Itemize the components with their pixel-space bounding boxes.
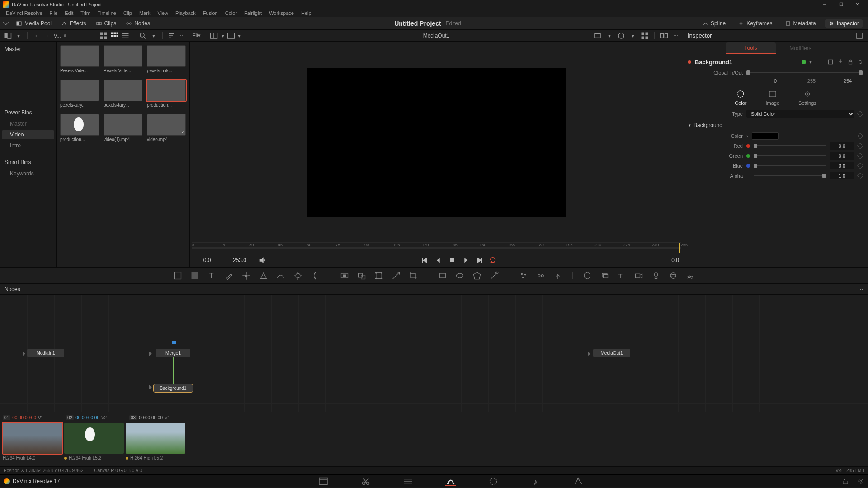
tool-text-icon[interactable]: T [208, 271, 217, 280]
project-settings-button[interactable] [857, 478, 864, 485]
clip-item[interactable]: production... [60, 114, 99, 142]
tool-particles-icon[interactable] [519, 271, 528, 280]
strip-thumb[interactable] [64, 423, 124, 454]
tool-3dimage-icon[interactable] [583, 271, 592, 280]
node-flow[interactable]: MediaIn1 Merge1 Background1 MediaOut1 [0, 295, 868, 412]
tool-pemit-icon[interactable] [553, 271, 562, 280]
clip-item[interactable]: ♪video.mp4 [147, 114, 186, 142]
subtab-image[interactable]: Image [765, 89, 779, 106]
page-fairlight-button[interactable]: ♪ [530, 477, 541, 486]
color-swatch[interactable] [752, 132, 779, 140]
tool-paint-icon[interactable] [225, 271, 234, 280]
page-cut-button[interactable] [360, 477, 371, 486]
tool-tracker-icon[interactable] [242, 271, 251, 280]
viewer-canvas[interactable] [307, 68, 566, 217]
time-ruler[interactable]: 0153045607590105120135150165180195210225… [192, 242, 681, 253]
subtab-color[interactable]: Color [735, 89, 746, 106]
tool-wand-icon[interactable] [490, 271, 499, 280]
menu-file[interactable]: File [47, 10, 61, 16]
go-first-button[interactable] [421, 257, 429, 264]
subtab-settings[interactable]: Settings [798, 89, 816, 106]
stop-button[interactable] [448, 257, 456, 264]
global-slider[interactable] [746, 72, 863, 73]
tool-ellipse-icon[interactable] [455, 271, 464, 280]
effects-toggle[interactable]: Effects [58, 19, 90, 28]
tool-background-icon[interactable] [173, 271, 182, 280]
bin-power-intro[interactable]: Intro [2, 141, 54, 150]
background-section-header[interactable]: ▾Background [683, 119, 868, 131]
keyframes-toggle[interactable]: Keyframes [735, 19, 776, 28]
blue-slider[interactable] [754, 165, 826, 166]
bin-smart-keywords[interactable]: Keywords [2, 169, 54, 178]
menu-help[interactable]: Help [298, 10, 315, 16]
bin-power-header[interactable]: Power Bins [2, 108, 54, 117]
tool-resize-icon[interactable] [392, 271, 401, 280]
node-wire[interactable] [173, 357, 174, 384]
menu-trim[interactable]: Trim [77, 10, 94, 16]
timecode-right[interactable]: 0.0 [652, 257, 679, 263]
viewer-a-icon[interactable] [227, 32, 235, 40]
reset-icon[interactable] [857, 59, 863, 65]
clips-toggle[interactable]: Clips [93, 19, 120, 28]
clip-item[interactable]: Pexels Vide... [60, 45, 99, 73]
playhead-end-marker[interactable] [679, 243, 680, 253]
window-minimize-button[interactable]: ─ [816, 0, 833, 9]
clip-item[interactable]: video(1).mp4 [104, 114, 142, 142]
media-pool-toggle[interactable]: Media Pool [13, 19, 55, 28]
keyframe-diamond-icon[interactable] [857, 163, 863, 169]
blue-value[interactable]: 0.0 [830, 162, 854, 169]
tool-3dshape-icon[interactable] [600, 271, 609, 280]
audio-icon[interactable] [259, 257, 266, 264]
tool-3dtext-icon[interactable]: T [617, 271, 626, 280]
strip-thumb[interactable] [126, 423, 185, 454]
menu-clip[interactable]: Clip [120, 10, 135, 16]
viewer-more-icon[interactable]: ⋯ [672, 32, 680, 40]
node-background[interactable]: Background1 [154, 384, 193, 392]
nodes-toggle[interactable]: Nodes [123, 19, 154, 28]
chevron-down-icon[interactable]: ▾ [235, 32, 243, 40]
global-out-value[interactable]: 254 [836, 78, 859, 84]
green-value[interactable]: 0.0 [830, 152, 854, 160]
alpha-slider[interactable] [754, 175, 826, 176]
menu-davinci-resolve[interactable]: DaVinci Resolve [3, 10, 46, 16]
nodes-more-icon[interactable]: ⋯ [858, 286, 863, 292]
tool-bspline-icon[interactable] [276, 271, 285, 280]
viewer-dual-icon[interactable] [660, 32, 668, 40]
tool-light-icon[interactable] [651, 271, 660, 280]
node-mediaout[interactable]: MediaOut1 [593, 349, 630, 357]
play-button[interactable] [462, 257, 469, 264]
page-media-button[interactable] [318, 477, 329, 486]
red-value[interactable]: 0.0 [830, 142, 854, 150]
menu-playback[interactable]: Playback [172, 10, 199, 16]
type-select[interactable]: Solid Color [746, 110, 854, 118]
tab-modifiers[interactable]: Modifiers [776, 43, 826, 54]
lock-icon[interactable] [847, 59, 854, 65]
menu-mark[interactable]: Mark [136, 10, 153, 16]
spline-toggle[interactable]: Spline [699, 19, 729, 28]
green-slider[interactable] [754, 155, 826, 156]
bin-smart-header[interactable]: Smart Bins [2, 157, 54, 167]
bin-power-video[interactable]: Video [2, 130, 54, 139]
window-close-button[interactable]: ✕ [849, 0, 865, 9]
eyedropper-icon[interactable] [849, 133, 854, 139]
page-deliver-button[interactable] [573, 477, 584, 486]
keyframe-diamond-icon[interactable] [857, 173, 863, 179]
loop-button[interactable] [489, 257, 496, 264]
global-in-value[interactable]: 0 [764, 78, 787, 84]
clip-item[interactable]: production... [147, 80, 186, 108]
view-thumb-sm-icon[interactable] [110, 32, 118, 40]
view-thumb-lg-icon[interactable] [99, 32, 108, 40]
node-merge[interactable]: Merge1 [156, 349, 190, 357]
keyframe-diamond-icon[interactable] [857, 143, 863, 149]
tool-blur-icon[interactable] [311, 271, 320, 280]
chevron-down-icon[interactable]: ▾ [605, 32, 613, 40]
keyframe-diamond-icon[interactable] [857, 111, 863, 117]
nav-fwd-icon[interactable]: › [43, 32, 51, 40]
tool-transform-icon[interactable] [374, 271, 383, 280]
viewer-grid-icon[interactable] [641, 32, 649, 40]
chevron-down-icon[interactable]: ▾ [809, 59, 816, 65]
node-wire[interactable] [190, 353, 588, 353]
pin-icon[interactable] [837, 59, 844, 65]
tool-camera-icon[interactable] [634, 271, 643, 280]
bin-power-master[interactable]: Master [2, 119, 54, 128]
